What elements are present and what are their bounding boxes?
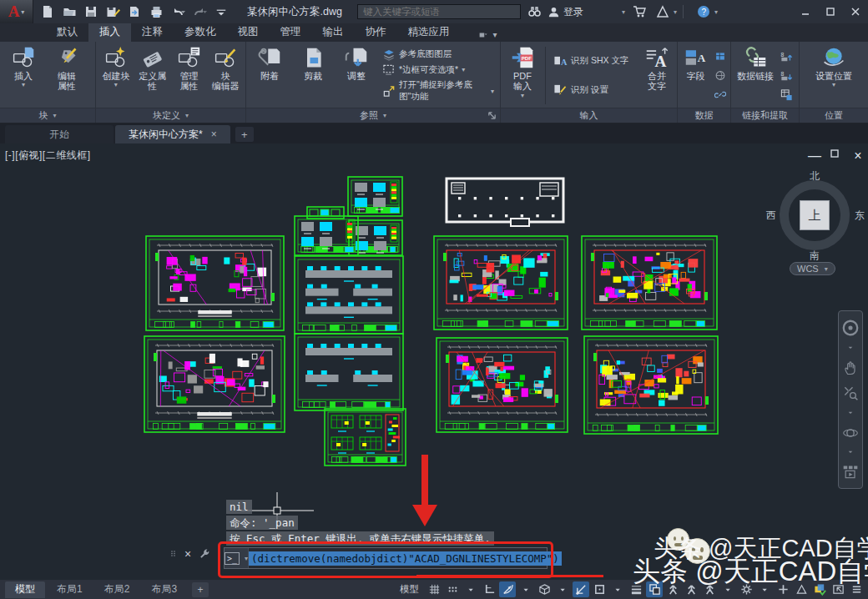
- orbit-icon[interactable]: [840, 425, 860, 441]
- workspace-dropdown-icon[interactable]: [756, 581, 773, 597]
- layout-tab-model[interactable]: 模型: [5, 581, 45, 598]
- upload-link-icon[interactable]: 8: [779, 49, 794, 64]
- snap-dropdown-icon[interactable]: [462, 581, 479, 597]
- viewcube-west[interactable]: 西: [766, 209, 776, 223]
- showmotion-icon[interactable]: [840, 464, 860, 481]
- hyperlink-icon[interactable]: [713, 88, 728, 103]
- ribbon-tab-1[interactable]: 默认: [46, 23, 88, 42]
- viewport-restore-icon[interactable]: [830, 148, 843, 164]
- ribbon-display-toggle-button[interactable]: ▾: [469, 28, 504, 42]
- field-button[interactable]: A 字段: [679, 43, 712, 108]
- data-link-button[interactable]: 数据链接: [733, 43, 778, 108]
- annotation-scale-icon[interactable]: [701, 581, 718, 597]
- layout-tab-3[interactable]: 布局3: [141, 581, 187, 598]
- panel-title-data[interactable]: 数据: [678, 108, 730, 123]
- full-navigation-wheel-icon[interactable]: [840, 319, 860, 337]
- panel-title-import[interactable]: 输入: [501, 108, 677, 123]
- snap-to-underlay-button[interactable]: 打开"捕捉到参考底图"功能 ▾: [380, 78, 497, 103]
- ribbon-tab-7[interactable]: 输出: [312, 23, 355, 42]
- new-drawing-tab-button[interactable]: +: [235, 127, 254, 142]
- isodraft-icon[interactable]: [536, 581, 553, 597]
- ribbon-tab-4[interactable]: 参数化: [174, 23, 227, 42]
- save-as-icon[interactable]: [103, 3, 122, 21]
- download-link-icon[interactable]: 8: [779, 68, 794, 83]
- viewcube-top-face[interactable]: 上: [800, 200, 830, 230]
- viewcube-east[interactable]: 东: [855, 209, 865, 223]
- file-tab-start[interactable]: 开始: [5, 125, 114, 143]
- block-editor-button[interactable]: 块 编辑器: [207, 43, 244, 108]
- zoom-extents-icon[interactable]: [840, 385, 860, 401]
- units-icon[interactable]: [793, 581, 810, 597]
- isolate-objects-icon[interactable]: [811, 581, 828, 597]
- chevron-down-icon[interactable]: ▾: [622, 8, 625, 16]
- a360-icon[interactable]: [654, 3, 672, 21]
- viewcube[interactable]: 北 南 西 东 上 WCS ▾: [768, 172, 861, 277]
- redo-icon[interactable]: [190, 3, 209, 21]
- attach-button[interactable]: 附着: [248, 43, 291, 108]
- close-icon[interactable]: ×: [211, 128, 217, 140]
- clip-button[interactable]: 剪裁: [291, 43, 335, 108]
- isodraft-dropdown-icon[interactable]: [554, 581, 571, 597]
- snap-mode-icon[interactable]: [444, 581, 461, 597]
- binoculars-search-icon[interactable]: [526, 3, 544, 21]
- wcs-menu[interactable]: WCS ▾: [790, 262, 835, 275]
- new-layout-button[interactable]: +: [192, 582, 209, 597]
- annotation-monitor-icon[interactable]: [775, 581, 791, 597]
- panel-title-location[interactable]: 位置: [800, 108, 868, 123]
- qat-customize-icon[interactable]: [212, 3, 230, 21]
- ribbon-tab-3[interactable]: 注释: [131, 23, 174, 42]
- panel-title-block-definition[interactable]: 块定义 ▾: [96, 108, 245, 123]
- panel-title-block[interactable]: 块 ▾: [0, 108, 95, 123]
- workspace-gear-icon[interactable]: [738, 581, 754, 597]
- object-snap-dropdown-icon[interactable]: [609, 581, 626, 597]
- lineweight-icon[interactable]: [628, 581, 644, 597]
- polar-tracking-icon[interactable]: [499, 581, 516, 597]
- pdf-import-button[interactable]: PDF PDF 输入 ▾: [502, 43, 542, 108]
- layout-tab-2[interactable]: 布局2: [94, 581, 140, 598]
- open-from-web-icon[interactable]: [125, 3, 144, 21]
- ribbon-tab-8[interactable]: 协作: [355, 23, 397, 42]
- save-icon[interactable]: [82, 3, 100, 21]
- plot-icon[interactable]: [147, 3, 165, 21]
- nav-dropdown-icon[interactable]: [840, 345, 860, 351]
- panel-launcher-icon[interactable]: [487, 111, 497, 120]
- autoscale-icon[interactable]: [683, 581, 699, 597]
- underlay-layers-button[interactable]: 参考底图图层: [380, 48, 497, 62]
- search-input[interactable]: [357, 4, 521, 19]
- update-field-icon[interactable]: [713, 49, 728, 64]
- customize-wrench-icon[interactable]: [199, 548, 210, 560]
- file-tab-drawing[interactable]: 某休闲中心方案* ×: [115, 125, 230, 143]
- insert-block-button[interactable]: 插入 ▾: [2, 43, 45, 108]
- open-folder-icon[interactable]: [60, 3, 78, 21]
- define-attributes-button[interactable]: 定义属性: [134, 43, 171, 108]
- pan-hand-icon[interactable]: [840, 360, 860, 376]
- viewport-controls[interactable]: [-][俯视][二维线框]: [5, 148, 91, 163]
- ortho-icon[interactable]: [481, 581, 497, 597]
- orbit-dropdown-icon[interactable]: [840, 450, 860, 456]
- close-icon[interactable]: ×: [184, 547, 191, 561]
- edit-attributes-button[interactable]: 编辑 属性: [45, 43, 88, 108]
- recognize-shx-text-button[interactable]: A 识别 SHX 文字: [550, 54, 637, 68]
- drawing-canvas[interactable]: [-][俯视][二维线框] — × 北 南 西 东 上 WCS ▾ nil 命令…: [0, 143, 868, 580]
- annotation-visibility-icon[interactable]: [664, 581, 681, 597]
- ribbon-tab-6[interactable]: 管理: [270, 23, 312, 42]
- recognition-settings-button[interactable]: 识别 设置: [550, 83, 637, 97]
- combine-text-button[interactable]: A 合并 文字: [638, 43, 675, 108]
- object-snap-icon[interactable]: [591, 581, 608, 597]
- selection-cycling-icon[interactable]: [646, 581, 663, 597]
- polar-dropdown-icon[interactable]: [517, 581, 534, 597]
- frame-options-button[interactable]: *边框可变选项* ▾: [380, 63, 497, 77]
- panel-title-reference[interactable]: 参照 ▾: [246, 108, 500, 123]
- extract-data-icon[interactable]: [779, 88, 794, 103]
- layout-tab-1[interactable]: 布局1: [47, 581, 93, 598]
- maximize-button[interactable]: [818, 0, 843, 23]
- viewport-close-icon[interactable]: ×: [851, 148, 865, 164]
- grid-icon[interactable]: [426, 581, 442, 597]
- customize-icon[interactable]: [848, 581, 865, 597]
- graphics-performance-icon[interactable]: [830, 581, 846, 597]
- viewport-minimize-icon[interactable]: —: [808, 148, 821, 164]
- ribbon-tab-9[interactable]: 精选应用: [397, 23, 461, 42]
- new-file-icon[interactable]: [38, 3, 57, 21]
- app-store-cart-icon[interactable]: [630, 3, 648, 21]
- sign-in-button[interactable]: 登录: [548, 5, 583, 19]
